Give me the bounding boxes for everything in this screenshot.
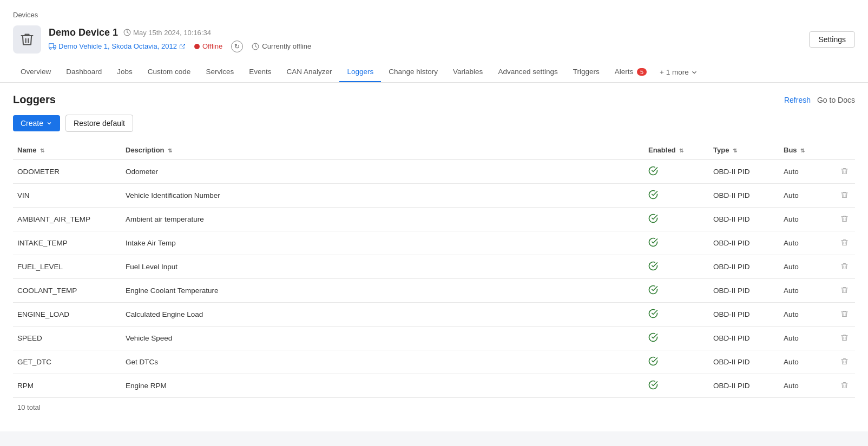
- tab-jobs[interactable]: Jobs: [109, 62, 140, 82]
- delete-icon[interactable]: [840, 287, 849, 296]
- col-header-enabled[interactable]: Enabled ⇅: [644, 141, 709, 160]
- table-row: COOLANT_TEMP Engine Coolant Temperature …: [13, 279, 855, 303]
- settings-button[interactable]: Settings: [809, 31, 855, 48]
- main-content: Loggers Refresh Go to Docs Create Restor…: [0, 83, 868, 431]
- table-row: RPM Engine RPM OBD-II PID Auto: [13, 374, 855, 398]
- cell-name: AMBIANT_AIR_TEMP: [13, 208, 121, 231]
- delete-icon[interactable]: [840, 216, 849, 224]
- cell-type: OBD-II PID: [709, 279, 779, 303]
- section-title: Loggers: [13, 94, 56, 106]
- cell-action: [833, 160, 855, 184]
- col-header-description[interactable]: Description ⇅: [121, 141, 644, 160]
- device-timestamp: May 15th 2024, 10:16:34: [123, 29, 211, 37]
- cell-action: [833, 303, 855, 327]
- tab-custom-code[interactable]: Custom code: [140, 62, 199, 82]
- table-row: ENGINE_LOAD Calculated Engine Load OBD-I…: [13, 303, 855, 327]
- table-footer: 10 total: [13, 398, 855, 417]
- cell-type: OBD-II PID: [709, 231, 779, 255]
- cell-description: Intake Air Temp: [121, 231, 644, 255]
- svg-point-4: [54, 48, 55, 49]
- cell-description: Fuel Level Input: [121, 255, 644, 279]
- cell-action: [833, 231, 855, 255]
- cell-type: OBD-II PID: [709, 255, 779, 279]
- loggers-table: Name ⇅ Description ⇅ Enabled ⇅ Type ⇅ Bu…: [13, 141, 855, 417]
- svg-point-3: [50, 48, 51, 49]
- enabled-check-icon: [648, 285, 658, 295]
- tab-advanced-settings[interactable]: Advanced settings: [490, 62, 565, 82]
- enabled-check-icon: [648, 261, 658, 271]
- col-header-name[interactable]: Name ⇅: [13, 141, 121, 160]
- cell-description: Engine Coolant Temperature: [121, 279, 644, 303]
- refresh-icon[interactable]: ↻: [231, 41, 243, 52]
- tab-dashboard[interactable]: Dashboard: [58, 62, 109, 82]
- table-row: AMBIANT_AIR_TEMP Ambient air temperature…: [13, 208, 855, 231]
- cell-description: Odometer: [121, 160, 644, 184]
- table-row: GET_DTC Get DTCs OBD-II PID Auto: [13, 350, 855, 374]
- enabled-check-icon: [648, 214, 658, 223]
- cell-type: OBD-II PID: [709, 184, 779, 208]
- enabled-check-icon: [648, 166, 658, 176]
- tab-can-analyzer[interactable]: CAN Analyzer: [279, 62, 339, 82]
- delete-icon[interactable]: [840, 335, 849, 343]
- tab-events[interactable]: Events: [241, 62, 279, 82]
- cell-name: GET_DTC: [13, 350, 121, 374]
- cell-enabled: [644, 208, 709, 231]
- cell-description: Calculated Engine Load: [121, 303, 644, 327]
- cell-bus: Auto: [779, 160, 833, 184]
- breadcrumb: Devices: [13, 6, 855, 21]
- svg-rect-1: [49, 43, 54, 48]
- tab-alerts[interactable]: Alerts 5: [607, 62, 654, 82]
- offline-text: Currently offline: [252, 42, 311, 50]
- delete-icon[interactable]: [840, 311, 849, 319]
- cell-enabled: [644, 279, 709, 303]
- cell-description: Get DTCs: [121, 350, 644, 374]
- device-info-row: Demo Device 1 May 15th 2024, 10:16:34 De…: [13, 21, 855, 58]
- tab-loggers[interactable]: Loggers: [339, 62, 381, 82]
- delete-icon[interactable]: [840, 239, 849, 248]
- col-header-bus[interactable]: Bus ⇅: [779, 141, 833, 160]
- delete-icon[interactable]: [840, 263, 849, 272]
- offline-badge: Offline: [194, 42, 222, 50]
- section-actions: Refresh Go to Docs: [784, 96, 855, 104]
- tab-variables[interactable]: Variables: [445, 62, 490, 82]
- device-icon: [13, 25, 41, 54]
- cell-name: ENGINE_LOAD: [13, 303, 121, 327]
- col-header-type[interactable]: Type ⇅: [709, 141, 779, 160]
- device-info-left: Demo Device 1 May 15th 2024, 10:16:34 De…: [13, 25, 311, 54]
- go-to-docs-button[interactable]: Go to Docs: [817, 96, 855, 104]
- cell-bus: Auto: [779, 184, 833, 208]
- delete-icon[interactable]: [840, 382, 849, 391]
- tab-triggers[interactable]: Triggers: [565, 62, 607, 82]
- enabled-check-icon: [648, 332, 658, 342]
- table-row: SPEED Vehicle Speed OBD-II PID Auto: [13, 327, 855, 350]
- tab-change-history[interactable]: Change history: [381, 62, 445, 82]
- cell-enabled: [644, 231, 709, 255]
- refresh-button[interactable]: Refresh: [784, 96, 811, 104]
- create-button[interactable]: Create: [13, 115, 60, 131]
- delete-icon[interactable]: [840, 192, 849, 201]
- cell-action: [833, 279, 855, 303]
- cell-type: OBD-II PID: [709, 208, 779, 231]
- delete-icon[interactable]: [840, 168, 849, 177]
- delete-icon[interactable]: [840, 358, 849, 367]
- tabs-bar: Overview Dashboard Jobs Custom code Serv…: [13, 62, 855, 82]
- device-name: Demo Device 1: [49, 27, 118, 38]
- cell-description: Ambient air temperature: [121, 208, 644, 231]
- cell-enabled: [644, 374, 709, 398]
- tab-more[interactable]: + 1 more: [654, 63, 703, 82]
- cell-bus: Auto: [779, 350, 833, 374]
- cell-name: INTAKE_TEMP: [13, 231, 121, 255]
- restore-default-button[interactable]: Restore default: [65, 115, 133, 132]
- cell-type: OBD-II PID: [709, 303, 779, 327]
- table-body: ODOMETER Odometer OBD-II PID Auto VIN Ve…: [13, 160, 855, 398]
- enabled-check-icon: [648, 309, 658, 318]
- cell-name: ODOMETER: [13, 160, 121, 184]
- cell-bus: Auto: [779, 279, 833, 303]
- cell-action: [833, 327, 855, 350]
- tab-services[interactable]: Services: [198, 62, 241, 82]
- cell-enabled: [644, 160, 709, 184]
- tab-overview[interactable]: Overview: [13, 62, 58, 82]
- cell-bus: Auto: [779, 374, 833, 398]
- cell-action: [833, 350, 855, 374]
- vehicle-link[interactable]: Demo Vehicle 1, Skoda Octavia, 2012: [49, 42, 186, 50]
